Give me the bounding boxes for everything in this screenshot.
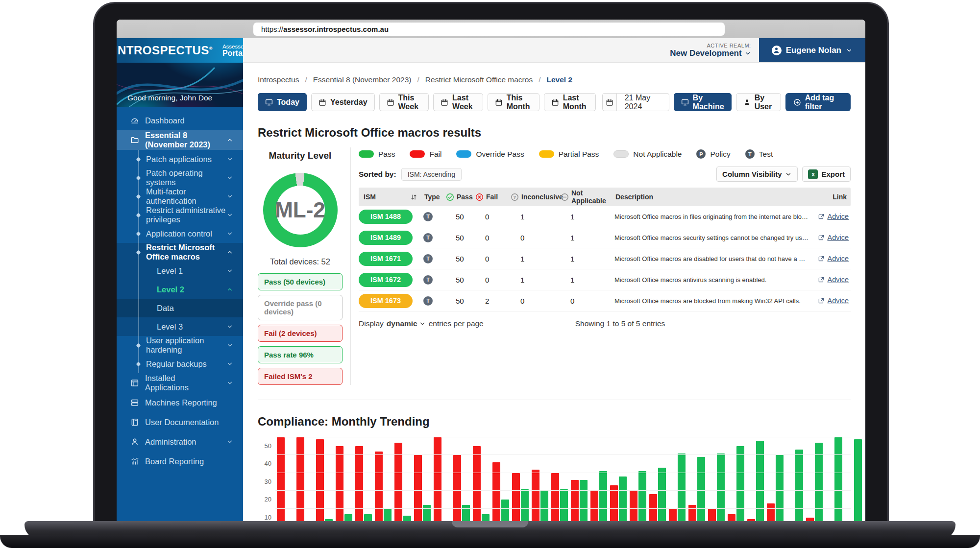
status-chip-fail-2-devices: Fail (2 devices) [258,325,343,342]
legend-item-partial-pass: Partial Pass [539,150,599,159]
column-header-ism[interactable]: ISM [359,193,423,201]
chevron-down-icon [226,212,233,218]
view-toggle-by-user[interactable]: By User [736,93,781,111]
entries-per-page-select[interactable]: dynamic [387,319,426,328]
column-header-label: Not Applicable [571,189,614,205]
sidebar-item-label: Level 1 [157,266,183,276]
date-picker[interactable]: 21 May 2024 [602,93,669,111]
bar-fail-day-7 [394,443,402,526]
advice-link[interactable]: Advice [818,276,851,284]
date-filter-this-month[interactable]: This Month [488,93,539,111]
sidebar-item-restrict-microsoft-office-macros[interactable]: Restrict Microsoft Office macros [117,243,243,262]
column-header-not-applicable[interactable]: Not Applicable [560,189,614,205]
sidebar-item-installed-applications[interactable]: Installed Applications [117,373,243,393]
sidebar-item-label: Level 3 [157,322,183,332]
export-button[interactable]: x Export [802,167,851,182]
y-tick-30: 30 [258,478,271,485]
breadcrumb-item-restrict-microsoft-office-macros[interactable]: Restrict Microsoft Office macros [425,75,533,84]
sidebar-item-multi-factor-authentication[interactable]: Multi-factor authentication [117,187,243,206]
sidebar-item-administration[interactable]: Administration [117,432,243,452]
column-header-fail[interactable]: Fail [474,193,510,201]
sort-icon[interactable] [410,193,417,201]
bar-fail-day-16 [571,480,579,526]
date-filter-last-month[interactable]: Last Month [544,93,596,111]
view-toggle-by-machine[interactable]: By Machine [674,93,732,111]
sidebar-item-board-reporting[interactable]: Board Reporting [117,452,243,471]
results-section: Maturity Level ML-2 Total devices: 52 Pa… [258,147,851,385]
advice-link[interactable]: Advice [818,213,851,220]
view-toggle-label: By User [755,94,774,111]
sidebar-item-level-2[interactable]: Level 2 [117,280,243,299]
advice-link[interactable]: Advice [818,234,851,241]
app-body: Good morning, John Doe DashboardEssentia… [117,63,865,528]
ism-cell: ISM 1489 [359,231,423,245]
date-filter-label: This Month [507,94,532,111]
legend-swatch-partial-pass [539,150,554,158]
logo[interactable]: INTROSPECTUS® Assessor Portal [117,38,243,63]
date-filter-this-week[interactable]: This Week [379,93,429,111]
test-type-icon: T [423,254,433,263]
table-row-ism-1673: ISM 1673T50200Microsoft Office macros ar… [359,290,851,311]
sidebar-item-patch-operating-systems[interactable]: Patch operating systems [117,168,243,187]
active-realm-value: New Development [670,48,741,58]
showing-entries-text: Showing 1 to 5 of 5 entries [575,319,665,328]
bar-fail-day-10 [453,455,461,526]
date-filter-yesterday[interactable]: Yesterday [311,93,375,111]
column-visibility-button[interactable]: Column Visibility [716,167,798,182]
sidebar-item-regular-backups[interactable]: Regular backups [117,355,243,373]
column-header-link[interactable]: Link [814,193,851,201]
ism-badge[interactable]: ISM 1673 [359,294,413,308]
calendar-icon[interactable] [602,93,617,111]
nav-bullet-icon [136,231,141,236]
user-menu[interactable]: Eugene Nolan [759,38,865,62]
bar-group-day-23 [707,437,726,526]
sidebar-item-application-control[interactable]: Application control [117,224,243,243]
date-picker-value[interactable]: 21 May 2024 [617,93,669,111]
column-header-inconclusive[interactable]: ?Inconclusive [510,193,560,201]
breadcrumb-item-introspectus[interactable]: Introspectus [258,75,299,84]
bar-pass-day-18 [619,477,627,526]
results-table-panel: PassFailOverride PassPartial PassNot App… [359,147,851,385]
bar-pass-day-25 [756,441,764,526]
pass-count: 50 [445,213,474,221]
advice-link[interactable]: Advice [818,255,851,262]
column-header-description[interactable]: Description [614,193,814,201]
plus-circle-icon [793,98,801,106]
ism-badge[interactable]: ISM 1488 [359,210,413,224]
y-tick-50: 50 [258,442,271,450]
date-filter-today[interactable]: Today [258,93,307,111]
sidebar-item-user-documentation[interactable]: User Documentation [117,412,243,432]
sidebar-item-machines-reporting[interactable]: Machines Reporting [117,393,243,412]
breadcrumb-item-essential-8-november-2023[interactable]: Essential 8 (November 2023) [313,75,412,84]
ism-badge[interactable]: ISM 1672 [359,273,413,287]
date-filter-last-week[interactable]: Last Week [433,93,483,111]
bar-pass-day-17 [599,471,607,526]
breadcrumb-item-level-2[interactable]: Level 2 [546,75,572,84]
ism-badge[interactable]: ISM 1489 [359,231,413,245]
legend-item-not-applicable: Not Applicable [613,150,682,159]
column-header-pass[interactable]: Pass [445,193,474,201]
maturity-level-value: ML-2 [263,173,338,247]
sidebar-item-level-3[interactable]: Level 3 [117,317,243,336]
sidebar-item-restrict-administrative-privileges[interactable]: Restrict administrative privileges [117,206,243,224]
sidebar-item-essential-8-november-2023[interactable]: Essential 8 (November 2023) [117,130,243,150]
sidebar-item-user-application-hardening[interactable]: User application hardening [117,336,243,355]
ism-badge[interactable]: ISM 1671 [359,252,413,266]
breadcrumb: Introspectus/Essential 8 (November 2023)… [258,75,851,84]
sidebar-item-level-1[interactable]: Level 1 [117,262,243,280]
active-realm-selector[interactable]: ACTIVE REALM: New Development [670,43,751,58]
sidebar-item-dashboard[interactable]: Dashboard [117,111,243,130]
url-bar[interactable]: https://assessor.introspectus.com.au [253,23,725,36]
bar-fail-day-3 [316,439,324,526]
column-header-type[interactable]: Type [423,193,445,201]
sidebar-item-patch-applications[interactable]: Patch applications [117,150,243,168]
monitor-icon [681,98,689,106]
sidebar-item-data[interactable]: Data [117,299,243,317]
bar-group-day-16 [569,437,589,526]
add-tag-filter-button[interactable]: Add tag filter [785,93,851,111]
advice-link[interactable]: Advice [818,297,851,305]
sorted-by-chip[interactable]: ISM: Ascending [401,168,462,181]
description-text: Microsoft Office macros in files origina… [614,213,814,220]
not-applicable-icon [561,193,569,201]
svg-text:?: ? [514,194,516,199]
